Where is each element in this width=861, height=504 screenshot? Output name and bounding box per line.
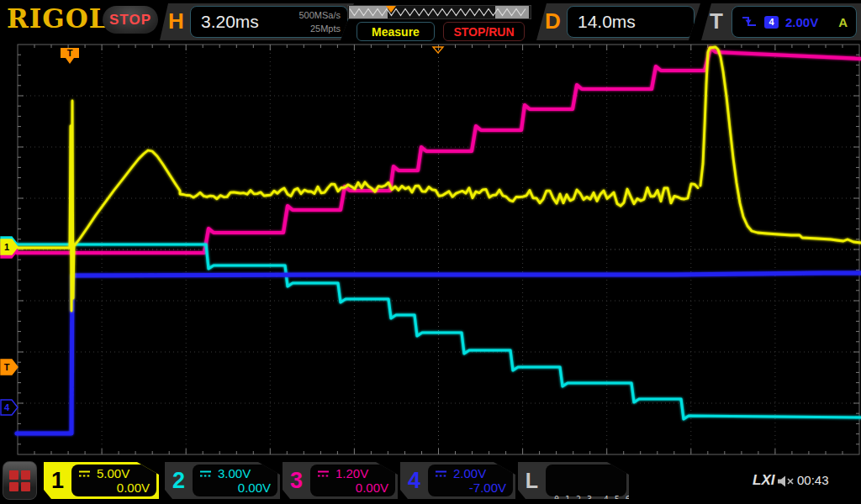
delay-panel: D 14.0ms <box>536 3 700 40</box>
channel-2-offset: 0.00V <box>199 480 271 495</box>
channel-3-offset: 0.00V <box>317 480 388 495</box>
channel-4-number: 4 <box>400 462 428 499</box>
delay-value: 14.0ms <box>578 12 636 32</box>
trigger-panel: T 4 2.00V A <box>701 3 861 40</box>
coupling-dc-icon <box>435 470 449 478</box>
coupling-dc-icon <box>317 470 331 478</box>
trigger-source-badge: 4 <box>764 16 779 29</box>
channel-1-scale: 5.00V <box>97 466 129 480</box>
svg-text:T: T <box>67 48 73 58</box>
bottom-bar: 1 5.00V 0.00V 2 <box>0 459 861 504</box>
memory-position-bar[interactable] <box>347 5 531 19</box>
channel-1-number: 1 <box>44 462 71 499</box>
rigol-logo: RIGOL <box>7 3 108 34</box>
channel-2-box[interactable]: 2 3.00V 0.00V <box>165 462 280 499</box>
timebase-value: 3.20ms <box>201 12 259 32</box>
oscilloscope-screen: 231T4T RIGOL STOP H 3.20ms 500MSa/s 25Mp… <box>0 0 861 504</box>
sample-rate: 500MSa/s <box>298 9 341 23</box>
logic-label: L <box>518 462 546 499</box>
channel-3-number: 3 <box>283 462 310 499</box>
logic-row-1: 0 1 2 3 4 5 6 7 <box>554 493 626 504</box>
coupling-dc-icon <box>199 470 214 478</box>
channel-4-scale: 2.00V <box>453 466 486 480</box>
menu-button[interactable] <box>3 461 37 500</box>
svg-text:4: 4 <box>4 402 10 412</box>
trigger-level-marker[interactable]: T <box>1 360 18 375</box>
channel-2-scale: 3.00V <box>218 466 251 480</box>
top-bar: RIGOL STOP H 3.20ms 500MSa/s 25Mpts Meas… <box>0 0 861 44</box>
ch4-position-marker[interactable]: 4 <box>1 400 18 415</box>
offscreen-memory-region <box>349 6 388 18</box>
channel-4-box[interactable]: 4 2.00V -7.00V <box>400 462 515 499</box>
traces <box>17 47 861 433</box>
waveform-display: 231T4T <box>0 0 861 504</box>
measure-button[interactable]: Measure <box>357 22 435 41</box>
speaker-muted-icon <box>777 475 795 488</box>
lxi-status: LXI <box>753 472 774 489</box>
channel-3-scale: 1.20V <box>335 466 368 480</box>
trigger-sweep-mode: A <box>838 15 848 29</box>
svg-text:1: 1 <box>4 242 9 252</box>
channel-1-offset: 0.00V <box>78 480 150 495</box>
channel-3-box[interactable]: 3 1.20V 0.00V <box>283 462 398 499</box>
channel-4-offset: -7.00V <box>435 480 506 495</box>
channel-1-box[interactable]: 1 5.00V 0.00V <box>44 462 159 499</box>
delay-control[interactable]: 14.0ms <box>567 6 695 38</box>
channel-2-number: 2 <box>165 462 193 499</box>
trigger-slope-icon <box>741 15 758 29</box>
clock: 00:43 <box>797 473 829 487</box>
horizontal-panel: H 3.20ms 500MSa/s 25Mpts <box>160 3 354 40</box>
trigger-control[interactable]: 4 2.00V A <box>732 6 857 38</box>
logic-channels-box[interactable]: L 0 1 2 3 4 5 6 7 8 9 1011 12131415 <box>518 462 629 499</box>
menu-grid-icon <box>9 470 30 491</box>
coupling-dc-icon <box>78 470 92 478</box>
memory-depth: 25Mpts <box>298 23 341 36</box>
delay-label: D <box>545 8 561 34</box>
ch2-trace <box>17 244 861 419</box>
trigger-level-value: 2.00V <box>785 15 818 29</box>
timebase-control[interactable]: 3.20ms 500MSa/s 25Mpts <box>190 6 348 38</box>
graticule <box>18 45 859 454</box>
horizontal-label: H <box>168 8 184 34</box>
svg-text:T: T <box>4 362 10 372</box>
run-state-badge[interactable]: STOP <box>103 6 158 34</box>
trigger-label: T <box>710 8 723 34</box>
stop-run-button[interactable]: STOP/RUN <box>443 22 525 41</box>
trigger-position-flag[interactable]: T <box>61 48 79 64</box>
